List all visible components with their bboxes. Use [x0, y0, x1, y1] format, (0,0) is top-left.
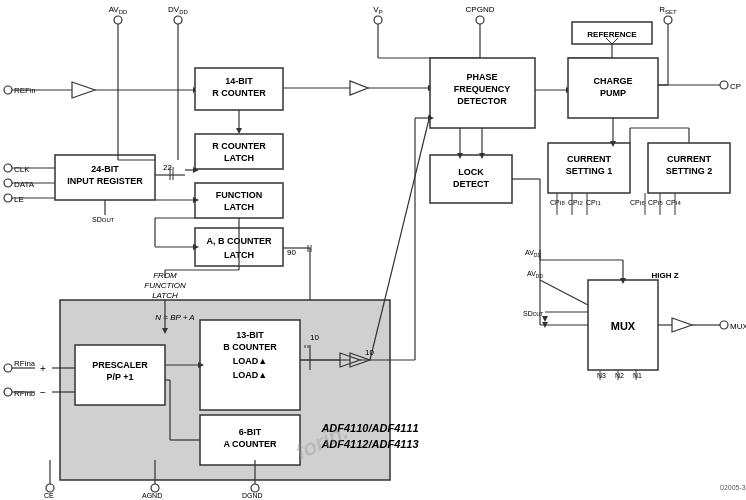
svg-text:N2: N2 [615, 372, 624, 379]
svg-text:MUX: MUX [611, 320, 636, 332]
svg-text:CPI8: CPI8 [550, 199, 565, 206]
svg-text:CPI2: CPI2 [568, 199, 583, 206]
svg-text:22: 22 [163, 163, 172, 172]
svg-text:LE: LE [14, 195, 24, 204]
svg-text:FREQUENCY: FREQUENCY [454, 84, 511, 94]
svg-text:DATA: DATA [14, 180, 35, 189]
svg-text:HIGH Z: HIGH Z [651, 271, 678, 280]
svg-text:CPGND: CPGND [466, 5, 495, 14]
diagram-container: AVDD DVDD VP CPGND RSET REFERENCE [0, 0, 746, 500]
svg-text:CPI6: CPI6 [630, 199, 645, 206]
svg-text:02005-321: 02005-321 [720, 484, 746, 491]
svg-text:P/P +1: P/P +1 [106, 372, 133, 382]
svg-text:AGND: AGND [142, 492, 162, 499]
svg-text:CLK: CLK [14, 165, 30, 174]
svg-text:SDOUT: SDOUT [523, 310, 543, 317]
svg-text:PUMP: PUMP [600, 88, 626, 98]
svg-text:LATCH: LATCH [224, 153, 254, 163]
svg-text:MUXOUT: MUXOUT [730, 322, 746, 331]
svg-text:R COUNTER: R COUNTER [212, 141, 266, 151]
svg-text:CE: CE [44, 492, 54, 499]
svg-text:LATCH: LATCH [152, 291, 178, 300]
svg-text:R COUNTER: R COUNTER [212, 88, 266, 98]
svg-text:N = BP + A: N = BP + A [155, 313, 194, 322]
svg-text:CURRENT: CURRENT [567, 154, 612, 164]
svg-text:B COUNTER: B COUNTER [223, 342, 277, 352]
svg-text:SDOUT: SDOUT [92, 216, 115, 223]
svg-text:INPUT REGISTER: INPUT REGISTER [67, 176, 143, 186]
svg-text:13-BIT: 13-BIT [236, 330, 264, 340]
svg-text:DGND: DGND [242, 492, 263, 499]
svg-text:RFinb: RFinb [14, 389, 35, 398]
svg-rect-40 [195, 134, 283, 169]
svg-text:DETECT: DETECT [453, 179, 490, 189]
svg-text:A COUNTER: A COUNTER [223, 439, 277, 449]
svg-text:CP: CP [730, 82, 741, 91]
svg-text:10: 10 [365, 348, 374, 357]
svg-text:SETTING 1: SETTING 1 [566, 166, 613, 176]
svg-text:N3: N3 [597, 372, 606, 379]
svg-text:FUNCTION: FUNCTION [144, 281, 186, 290]
svg-text:6-BIT: 6-BIT [239, 427, 262, 437]
svg-text:N1: N1 [633, 372, 642, 379]
svg-text:PHASE: PHASE [466, 72, 497, 82]
svg-text:LATCH: LATCH [224, 202, 254, 212]
svg-rect-61 [195, 183, 283, 218]
svg-text:CPI1: CPI1 [586, 199, 601, 206]
svg-text:SETTING 2: SETTING 2 [666, 166, 713, 176]
diagram-svg: AVDD DVDD VP CPGND RSET REFERENCE [0, 0, 746, 500]
svg-text:CURRENT: CURRENT [667, 154, 712, 164]
svg-text:FUNCTION: FUNCTION [216, 190, 263, 200]
svg-text:+: + [40, 363, 46, 374]
svg-text:RFina: RFina [14, 359, 35, 368]
svg-text:10: 10 [310, 333, 319, 342]
svg-text:24-BIT: 24-BIT [91, 164, 119, 174]
svg-text:CPI4: CPI4 [666, 199, 681, 206]
svg-text:LOAD▲: LOAD▲ [233, 370, 267, 380]
svg-text:REFERENCE: REFERENCE [587, 30, 637, 39]
svg-text:CHARGE: CHARGE [593, 76, 632, 86]
svg-text:PRESCALER: PRESCALER [92, 360, 148, 370]
svg-text:−: − [40, 387, 46, 398]
svg-text:90: 90 [287, 248, 296, 257]
svg-text:14-BIT: 14-BIT [225, 76, 253, 86]
svg-text:LOCK: LOCK [458, 167, 484, 177]
svg-text:CPI5: CPI5 [648, 199, 663, 206]
svg-text:LOAD▲: LOAD▲ [233, 356, 267, 366]
svg-text:DETECTOR: DETECTOR [457, 96, 507, 106]
